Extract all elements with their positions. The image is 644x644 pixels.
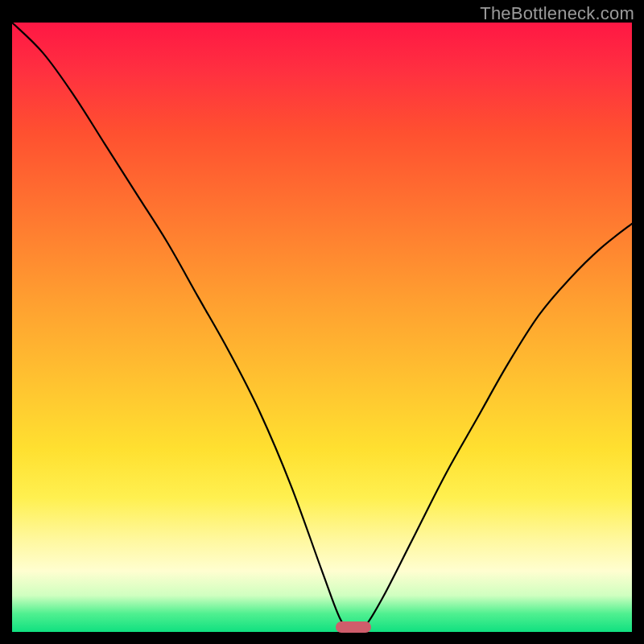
watermark-text: TheBottleneck.com (480, 3, 634, 24)
plot-area (12, 23, 632, 632)
chart-frame: TheBottleneck.com (0, 0, 644, 644)
bottleneck-curve (12, 23, 632, 632)
optimal-marker (336, 621, 371, 633)
